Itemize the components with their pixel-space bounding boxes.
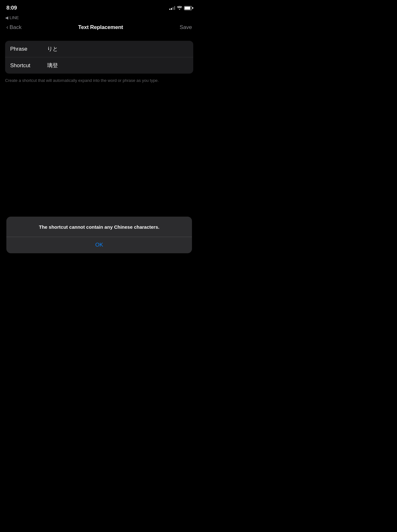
signal-bar-4: [174, 6, 175, 10]
back-button[interactable]: ‹ Back: [6, 24, 22, 31]
alert-ok-button[interactable]: OK: [6, 237, 192, 253]
signal-bar-2: [171, 8, 172, 10]
shortcut-label: Shortcut: [10, 62, 42, 69]
signal-icon: [169, 6, 175, 10]
signal-bar-1: [169, 9, 170, 10]
status-left: 8:09: [6, 5, 17, 11]
phrase-label: Phrase: [10, 46, 42, 52]
page-title: Text Replacement: [78, 24, 123, 31]
phrase-row[interactable]: Phrase りと: [5, 41, 193, 57]
phrase-value: りと: [47, 45, 58, 53]
signal-bar-3: [173, 7, 174, 10]
alert-message: The shortcut cannot contain any Chinese …: [6, 217, 192, 237]
battery-icon: [184, 6, 192, 10]
back-label: Back: [10, 24, 22, 31]
shortcut-value: 璃登: [47, 62, 58, 69]
form-card: Phrase りと Shortcut 璃登: [5, 41, 193, 74]
alert-box: The shortcut cannot contain any Chinese …: [6, 217, 192, 254]
status-time: 8:09: [6, 5, 17, 11]
line-back-label: LINE: [10, 15, 19, 20]
wifi-icon: [177, 5, 182, 11]
back-chevron-icon: ‹: [6, 24, 8, 31]
navigation-bar: ‹ Back Text Replacement Save: [0, 21, 198, 34]
helper-text: Create a shortcut that will automaticall…: [5, 77, 193, 84]
shortcut-row[interactable]: Shortcut 璃登: [5, 57, 193, 74]
battery-fill: [185, 7, 190, 10]
line-back-arrow: ◀: [5, 15, 8, 20]
alert-overlay: The shortcut cannot contain any Chinese …: [0, 217, 198, 266]
status-right: [169, 5, 192, 11]
line-back-area: ◀ LINE: [0, 14, 198, 20]
status-bar: 8:09: [0, 0, 198, 14]
save-button[interactable]: Save: [180, 24, 192, 31]
